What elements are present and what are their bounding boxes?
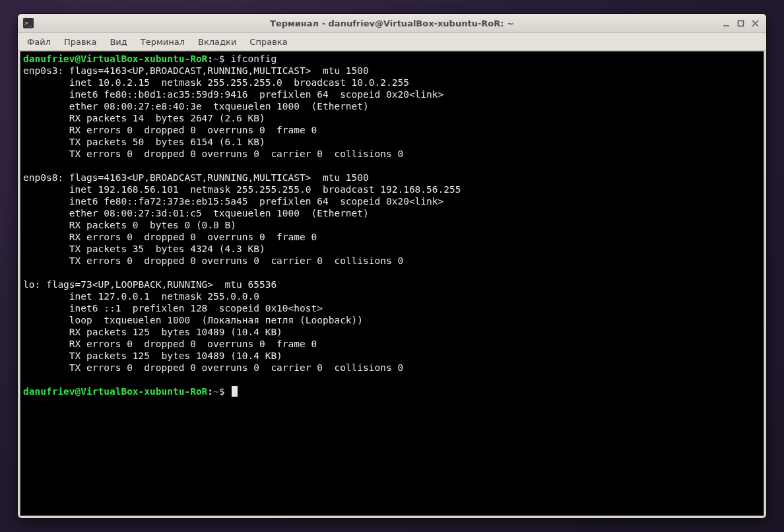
menu-edit[interactable]: Правка <box>57 33 103 50</box>
titlebar[interactable]: Терминал - danufriev@VirtualBox-xubuntu-… <box>18 14 766 33</box>
command-text: ifconfig <box>230 53 277 64</box>
menu-view[interactable]: Вид <box>103 33 133 50</box>
window-buttons <box>722 19 766 28</box>
menu-help[interactable]: Справка <box>243 33 294 50</box>
cursor <box>232 386 238 397</box>
ifconfig-output: enp0s3: flags=4163<UP,BROADCAST,RUNNING,… <box>23 65 461 373</box>
menu-file[interactable]: Файл <box>20 33 57 50</box>
menu-terminal[interactable]: Терминал <box>134 33 191 50</box>
prompt-path: ~ <box>213 53 219 64</box>
terminal-window: Терминал - danufriev@VirtualBox-xubuntu-… <box>17 13 767 519</box>
terminal-icon <box>23 18 34 28</box>
menu-tabs[interactable]: Вкладки <box>191 33 243 50</box>
prompt-dollar: $ <box>219 53 230 64</box>
window-title: Терминал - danufriev@VirtualBox-xubuntu-… <box>18 18 766 28</box>
prompt-colon: : <box>207 53 213 64</box>
terminal-viewport[interactable]: danufriev@VirtualBox-xubuntu-RoR:~$ ifco… <box>20 51 764 516</box>
prompt-user-host: danufriev@VirtualBox-xubuntu-RoR <box>23 53 207 64</box>
terminal-output[interactable]: danufriev@VirtualBox-xubuntu-RoR:~$ ifco… <box>23 53 761 397</box>
svg-rect-1 <box>738 20 744 26</box>
prompt-colon-2: : <box>207 386 213 397</box>
minimize-button[interactable] <box>722 19 731 28</box>
prompt-user-host-2: danufriev@VirtualBox-xubuntu-RoR <box>23 386 207 397</box>
menubar: Файл Правка Вид Терминал Вкладки Справка <box>18 33 766 51</box>
prompt-dollar-2: $ <box>219 386 230 397</box>
close-button[interactable] <box>751 19 760 28</box>
prompt-path-2: ~ <box>213 386 219 397</box>
maximize-button[interactable] <box>736 19 745 28</box>
